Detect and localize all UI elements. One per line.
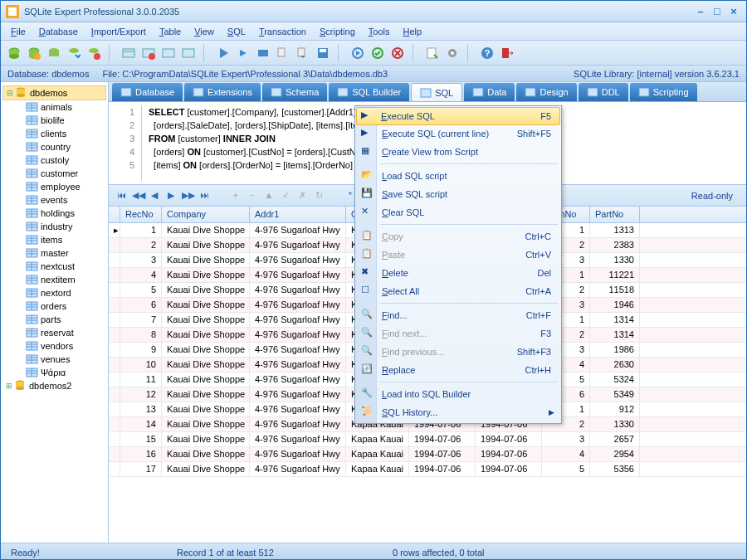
tab-extensions[interactable]: Extensions <box>184 83 261 101</box>
tree-table-customer[interactable]: customer <box>2 167 106 180</box>
menu-transaction[interactable]: Transaction <box>252 25 313 38</box>
menu-item-icon: 🔃 <box>361 363 374 377</box>
rollback-trans-button[interactable] <box>389 45 406 61</box>
empty-table-button[interactable] <box>180 45 197 61</box>
help-button[interactable]: ? <box>479 45 496 61</box>
table-row[interactable]: 15Kauai Dive Shoppe4-976 Sugarloaf HwyKa… <box>109 432 746 447</box>
tree-table-country[interactable]: country <box>2 140 106 153</box>
tab-scripting[interactable]: Scripting <box>630 83 697 101</box>
tree-table-custoly[interactable]: custoly <box>2 153 106 167</box>
tree-table-venues[interactable]: venues <box>2 353 106 366</box>
col-partno[interactable]: PartNo <box>590 207 640 222</box>
menu-view[interactable]: View <box>188 25 221 38</box>
rename-table-button[interactable] <box>160 45 177 61</box>
drop-table-button[interactable] <box>140 45 157 61</box>
save-sql-button[interactable] <box>315 45 331 61</box>
tab-sql-builder[interactable]: SQL Builder <box>329 83 409 101</box>
database-tree[interactable]: ⊟dbdemosanimalsbiolifeclientscountrycust… <box>1 82 109 543</box>
ctx-save-sql-script[interactable]: 💾Save SQL script <box>357 185 559 203</box>
nav-next[interactable]: ▶ <box>165 190 177 202</box>
close-db-button[interactable] <box>85 45 102 61</box>
tab-data[interactable]: Data <box>464 83 515 101</box>
tree-table-employee[interactable]: employee <box>2 180 106 193</box>
tab-schema[interactable]: Schema <box>262 83 327 101</box>
tree-table-nextord[interactable]: nextord <box>2 286 106 299</box>
nav-prev[interactable]: ◀ <box>149 190 160 202</box>
ctx-select-all[interactable]: ☐Select AllCtrl+A <box>357 282 559 300</box>
nav-prev-page[interactable]: ◀◀ <box>132 190 144 202</box>
refresh-button[interactable] <box>66 45 82 61</box>
ctx-clear-sql[interactable]: ✕Clear SQL <box>357 203 559 222</box>
svg-rect-127 <box>473 88 483 96</box>
open-db-button[interactable] <box>26 45 42 61</box>
tree-table-biolife[interactable]: biolife <box>2 114 106 127</box>
attach-db-button[interactable] <box>46 45 62 61</box>
clear-sql-button[interactable] <box>275 45 291 61</box>
table-icon <box>26 261 39 272</box>
menu-importexport[interactable]: Import/Export <box>85 25 153 38</box>
tab-sql[interactable]: SQL <box>411 83 462 101</box>
tree-db-dbdemos[interactable]: ⊟dbdemos <box>2 85 106 100</box>
run-script-button[interactable] <box>424 45 441 61</box>
new-db-button[interactable] <box>6 45 22 61</box>
minimize-button[interactable]: – <box>693 6 708 17</box>
tab-design[interactable]: Design <box>516 83 576 101</box>
tab-database[interactable]: Database <box>112 83 183 101</box>
tree-table-nextitem[interactable]: nextitem <box>2 273 106 286</box>
execute-sql-button[interactable] <box>215 45 232 61</box>
execute-line-button[interactable] <box>235 45 251 61</box>
create-view-button[interactable] <box>255 45 271 61</box>
col-recno[interactable]: RecNo <box>120 207 162 222</box>
ctx-load-into-sql-builder[interactable]: 🔧Load into SQL Builder <box>357 385 559 403</box>
tree-table-nextcust[interactable]: nextcust <box>2 260 106 273</box>
menu-file[interactable]: File <box>4 25 32 38</box>
tree-db-dbdemos2[interactable]: ⊞dbdemos2 <box>2 379 106 392</box>
commit-trans-button[interactable] <box>369 45 386 61</box>
tree-table-master[interactable]: master <box>2 246 106 260</box>
nav-last[interactable]: ⏭ <box>198 190 210 202</box>
menu-tools[interactable]: Tools <box>362 25 397 38</box>
menu-database[interactable]: Database <box>32 25 85 38</box>
tab-ddl[interactable]: DDL <box>579 83 628 101</box>
ctx-find[interactable]: 🔍Find...Ctrl+F <box>357 306 559 324</box>
begin-trans-button[interactable] <box>349 45 366 61</box>
table-row[interactable]: 17Kauai Dive Shoppe4-976 Sugarloaf HwyKa… <box>109 462 746 477</box>
ctx-sql-history[interactable]: 📜SQL History...▶ <box>357 403 559 421</box>
nav-next-page[interactable]: ▶▶ <box>182 190 193 202</box>
menu-scripting[interactable]: Scripting <box>313 25 362 38</box>
tree-table-animals[interactable]: animals <box>2 100 106 114</box>
menu-item-icon: 📂 <box>361 169 374 183</box>
load-sql-button[interactable] <box>295 45 311 61</box>
tree-table-parts[interactable]: parts <box>2 313 106 326</box>
ctx-delete[interactable]: ✖DeleteDel <box>357 264 559 282</box>
tree-table-holdings[interactable]: holdings <box>2 207 106 220</box>
col-addr1[interactable]: Addr1 <box>250 207 346 222</box>
menu-item-icon: 🔍 <box>361 327 374 340</box>
tree-table-clients[interactable]: clients <box>2 127 106 140</box>
ctx-execute-sql-current-line[interactable]: ▶Execute SQL (current line)Shift+F5 <box>357 124 559 143</box>
ctx-load-sql-script[interactable]: 📂Load SQL script <box>357 167 559 185</box>
tab-strip: DatabaseExtensionsSchemaSQL BuilderSQLDa… <box>109 82 746 102</box>
menu-sql[interactable]: SQL <box>221 25 252 38</box>
tree-table-orders[interactable]: orders <box>2 299 106 313</box>
maximize-button[interactable]: □ <box>710 6 725 17</box>
col-company[interactable]: Company <box>162 207 250 222</box>
tree-table-items[interactable]: items <box>2 233 106 246</box>
exit-button[interactable] <box>499 45 515 61</box>
menu-help[interactable]: Help <box>396 25 428 38</box>
ctx-create-view-from-script[interactable]: ▦Create View from Script <box>357 143 559 161</box>
new-table-button[interactable] <box>120 45 137 61</box>
tools-button[interactable] <box>444 45 461 61</box>
table-row[interactable]: 16Kauai Dive Shoppe4-976 Sugarloaf HwyKa… <box>109 447 746 462</box>
close-button[interactable]: × <box>726 6 741 17</box>
nav-first[interactable]: ⏮ <box>115 190 127 202</box>
tree-table-vendors[interactable]: vendors <box>2 339 106 353</box>
ctx-replace[interactable]: 🔃ReplaceCtrl+H <box>357 361 559 379</box>
tree-table-industry[interactable]: industry <box>2 220 106 233</box>
tree-table-events[interactable]: events <box>2 193 106 207</box>
ctx-execute-sql[interactable]: ▶Execute SQLF5 <box>356 107 560 125</box>
tree-table-Ψάρια[interactable]: Ψάρια <box>2 366 106 379</box>
svg-point-11 <box>94 53 100 60</box>
tree-table-reservat[interactable]: reservat <box>2 326 106 339</box>
menu-table[interactable]: Table <box>153 25 188 38</box>
